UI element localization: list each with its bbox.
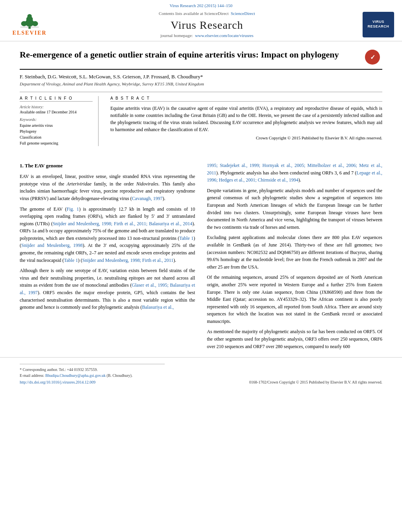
- article-info-col: A R T I C L E I N F O Article history: A…: [20, 96, 99, 146]
- email-link[interactable]: Bhudipa.Choudhury@apha.gsi.gov.uk: [45, 373, 106, 378]
- crossmark-logo: ✓: [363, 49, 382, 65]
- ref-table1a[interactable]: Table 1: [179, 235, 194, 241]
- body-para-r3: Excluding patent applications and molecu…: [207, 234, 382, 271]
- keyword-0: Equine arteritis virus: [20, 122, 93, 128]
- body-para-2: The genome of EAV (Fig. 1) is approximat…: [20, 206, 195, 264]
- ref-snijder1998c[interactable]: Snijder and Meulenberg, 1998; Firth et a…: [82, 258, 173, 263]
- svg-point-5: [32, 21, 38, 26]
- abstract-col: A B S T R A C T Equine arteritis virus (…: [110, 96, 382, 146]
- virus-research-logo: VIRUS RESEARCH: [363, 12, 394, 37]
- ref-lepage[interactable]: Lepage et al., 1996; Hedges et al., 2001…: [207, 170, 382, 183]
- ref-snijder1998[interactable]: Snijder and Meulenberg, 1998; Firth et a…: [53, 221, 192, 226]
- keywords-list: Equine arteritis virus Phylogeny Classif…: [20, 122, 93, 146]
- article-history-label: Article history:: [20, 105, 93, 109]
- footer-copyright: 0168-1702/Crown Copyright © 2015 Publish…: [249, 380, 382, 384]
- body-col-right: 1995; Stadejeket al., 1999; Hornyak et a…: [207, 162, 382, 353]
- copyright-notice: Crown Copyright © 2015 Published by Else…: [110, 135, 382, 140]
- affiliation: Department of Virology, Animal and Plant…: [20, 82, 382, 86]
- body-and-text: and: [245, 344, 252, 349]
- article-history-value: Available online 17 December 2014: [20, 110, 93, 114]
- homepage-url[interactable]: www.elsevier.com/locate/virusres: [195, 33, 253, 38]
- body-para-r5: As mentioned the majority of phylogeneti…: [207, 328, 382, 350]
- elsevier-wordmark: ELSEVIER: [13, 30, 47, 36]
- body-para-r2: Despite variations in gene, phylogenetic…: [207, 187, 382, 231]
- footer-divider: [20, 364, 165, 364]
- journal-logo-row: ELSEVIER Contents lists available at Sci…: [0, 9, 402, 41]
- ref-glaser1995[interactable]: Glaser et al., 1995; Balasuriya et al., …: [20, 282, 195, 295]
- journal-homepage: journal homepage: www.elsevier.com/locat…: [51, 33, 363, 38]
- ref-cavanagh[interactable]: Cavanagh, 1997: [132, 196, 163, 201]
- doi-link[interactable]: http://dx.doi.org/10.1016/j.virusres.201…: [20, 380, 95, 384]
- body-col-left: 1. The EAV genome EAV is an enveloped, l…: [20, 162, 195, 353]
- ref-balasuriya-et-al[interactable]: Balasuriya et al.,: [142, 304, 174, 310]
- ref-table1b[interactable]: Table 1: [64, 258, 78, 263]
- authors: F. Steinbach, D.G. Westcott, S.L. McGowa…: [20, 74, 382, 80]
- journal-title-center: Contents lists available at ScienceDirec…: [51, 11, 363, 38]
- keywords-label: Keywords:: [20, 117, 93, 122]
- body-para-r1: 1995; Stadejeket al., 1999; Hornyak et a…: [207, 162, 382, 184]
- abstract-heading: A B S T R A C T: [110, 96, 382, 102]
- svg-point-3: [27, 14, 32, 19]
- page-container: Virus Research 202 (2015) 144–150 ELSEVI…: [0, 0, 402, 402]
- journal-header: Virus Research 202 (2015) 144–150 ELSEVI…: [0, 0, 402, 41]
- keyword-3: Full genome sequencing: [20, 140, 93, 146]
- email-note: E-mail address: Bhudipa.Choudhury@apha.g…: [20, 373, 382, 378]
- ref-snijder1998b[interactable]: Snijder and Meulenberg, 1998: [21, 243, 83, 248]
- journal-citation: Virus Research 202 (2015) 144–150: [169, 3, 232, 8]
- svg-text:✓: ✓: [370, 54, 375, 61]
- journal-title: Virus Research: [51, 19, 363, 32]
- article-info-abstract: A R T I C L E I N F O Article history: A…: [20, 92, 382, 146]
- article-title: Re-emergence of a genetic outlier strain…: [20, 49, 339, 61]
- section1-title: 1. The EAV genome: [20, 162, 195, 170]
- contents-label: Contents lists available at ScienceDirec…: [159, 11, 229, 16]
- ref-fig1[interactable]: Fig. 1: [67, 206, 79, 212]
- footer-notes: * Corresponding author. Tel.: +44 01932 …: [0, 357, 402, 378]
- body-para-r4: Of the remaining sequences, around 25% o…: [207, 274, 382, 325]
- sciencedirect-link[interactable]: ScienceDirect: [231, 11, 255, 16]
- article-content: Re-emergence of a genetic outlier strain…: [0, 41, 402, 154]
- corresponding-author-note: * Corresponding author. Tel.: +44 01932 …: [20, 367, 382, 373]
- journal-top-bar: Virus Research 202 (2015) 144–150: [0, 3, 402, 9]
- elsevier-logo: ELSEVIER: [8, 12, 51, 37]
- keyword-1: Phylogeny: [20, 128, 93, 134]
- page-footer: http://dx.doi.org/10.1016/j.virusres.201…: [0, 378, 402, 386]
- keyword-2: Classification: [20, 134, 93, 140]
- article-title-row: Re-emergence of a genetic outlier strain…: [20, 49, 382, 70]
- elsevier-tree-icon: [16, 13, 43, 29]
- svg-point-4: [21, 21, 27, 26]
- ref-1995[interactable]: 1995; Stadejeket al., 1999; Hornyak et a…: [207, 163, 382, 176]
- article-info-heading: A R T I C L E I N F O: [20, 96, 93, 102]
- crossmark-icon: ✓: [365, 50, 380, 65]
- body-para-1: EAV is an enveloped, linear, positive se…: [20, 173, 195, 202]
- abstract-text: Equine arteritis virus (EAV) is the caus…: [110, 105, 382, 133]
- body-section: 1. The EAV genome EAV is an enveloped, l…: [0, 162, 402, 353]
- svg-rect-6: [20, 26, 39, 28]
- body-para-3: Although there is only one serotype of E…: [20, 267, 195, 311]
